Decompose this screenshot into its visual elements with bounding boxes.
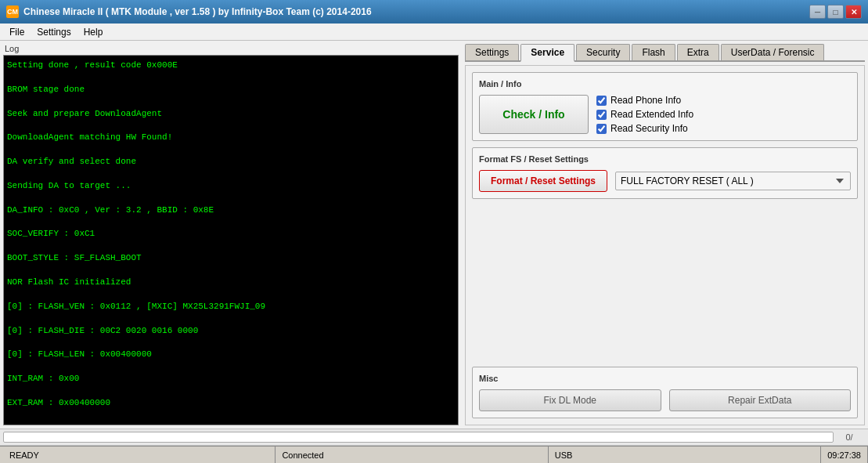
format-section-inner: Format / Reset Settings FULL FACTORY RES… [479,170,851,192]
tab-security[interactable]: Security [576,44,630,60]
format-fs-title: Format FS / Reset Settings [479,154,851,164]
window-title: Chinese Miracle II ( MTK Module , ver 1.… [23,6,372,17]
read-extended-info-row[interactable]: Read Extended Info [596,109,693,120]
menubar: File Settings Help [0,24,868,41]
fix-dl-mode-button[interactable]: Fix DL Mode [479,389,661,411]
maximize-button[interactable]: □ [827,5,844,19]
log-panel: Log Wait for phone...Phone found ! [ 154… [0,41,462,429]
misc-title: Misc [479,374,851,383]
menu-settings[interactable]: Settings [31,25,77,39]
menu-file[interactable]: File [3,25,31,39]
menu-help[interactable]: Help [77,25,110,39]
tab-service[interactable]: Service [520,44,574,62]
tab-userdata[interactable]: UserData / Forensic [721,44,825,60]
minimize-button[interactable]: ─ [809,5,826,19]
progress-label: 0/ [834,432,865,442]
titlebar: CM Chinese Miracle II ( MTK Module , ver… [0,0,868,24]
statusbar: READY Connected USB 09:27:38 [0,446,868,463]
format-fs-section: Format FS / Reset Settings Format / Rese… [472,147,858,199]
tab-bar: Settings Service Security Flash Extra Us… [465,44,865,62]
status-usb: USB [549,447,821,463]
repair-ext-data-button[interactable]: Repair ExtData [669,389,852,411]
status-time: 09:27:38 [821,447,868,463]
log-area[interactable]: Wait for phone...Phone found ! [ 154 ]Sy… [3,55,459,425]
window-controls: ─ □ ✕ [809,5,862,19]
main-info-section: Main / Info Check / Info Read Phone Info… [472,72,858,141]
read-security-info-label: Read Security Info [610,123,688,134]
read-phone-info-checkbox[interactable] [596,96,607,106]
main-info-inner: Check / Info Read Phone Info Read Extend… [479,95,851,134]
main-content: Log Wait for phone...Phone found ! [ 154… [0,41,868,429]
misc-section: Misc Fix DL Mode Repair ExtData [472,367,858,418]
right-panel: Settings Service Security Flash Extra Us… [462,41,868,429]
read-phone-info-label: Read Phone Info [610,95,681,106]
status-connected: Connected [276,447,548,463]
tab-flash[interactable]: Flash [632,44,675,60]
read-extended-info-checkbox[interactable] [596,110,607,120]
close-button[interactable]: ✕ [845,5,862,19]
spacer [472,205,858,360]
status-ready: READY [0,447,276,463]
tab-content-service: Main / Info Check / Info Read Phone Info… [465,65,865,425]
log-label: Log [3,44,459,53]
progress-bar-area: 0/ [0,429,868,446]
misc-buttons: Fix DL Mode Repair ExtData [479,389,851,411]
app-icon: CM [6,5,19,18]
read-extended-info-label: Read Extended Info [610,109,693,120]
tab-extra[interactable]: Extra [677,44,719,60]
reset-options-select[interactable]: FULL FACTORY RESET ( ALL )FORMAT FS ONLY… [615,172,851,190]
check-info-button[interactable]: Check / Info [479,95,589,134]
info-checkboxes: Read Phone Info Read Extended Info Read … [596,95,693,134]
progress-track [3,432,834,443]
main-info-title: Main / Info [479,79,851,89]
format-reset-button[interactable]: Format / Reset Settings [479,170,607,192]
tab-settings[interactable]: Settings [465,44,519,60]
read-phone-info-row[interactable]: Read Phone Info [596,95,693,106]
read-security-info-row[interactable]: Read Security Info [596,123,693,134]
read-security-info-checkbox[interactable] [596,124,607,134]
